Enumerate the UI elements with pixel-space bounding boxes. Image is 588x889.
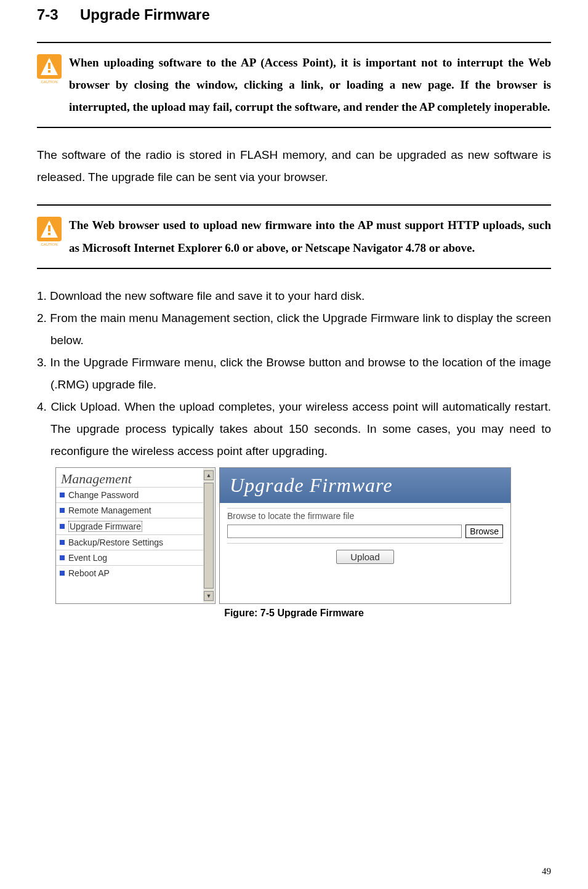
svg-rect-2	[48, 63, 50, 69]
upgrade-firmware-screenshot: Management Change Password Remote Manage…	[55, 467, 511, 604]
sidebar-item-label: Backup/Restore Settings	[68, 537, 163, 547]
upgrade-firmware-panel: Upgrade Firmware Browse to locate the fi…	[219, 467, 511, 604]
step-list: 1. Download the new software file and sa…	[37, 285, 551, 463]
svg-rect-8	[48, 233, 50, 235]
caution-icon: CAUTION	[37, 217, 62, 241]
step-3: 3. In the Upgrade Firmware menu, click t…	[37, 352, 551, 396]
sidebar-item-label: Upgrade Firmware	[68, 521, 142, 532]
firmware-file-input[interactable]	[227, 525, 462, 538]
svg-text:CAUTION: CAUTION	[41, 243, 58, 246]
scroll-down-icon[interactable]: ▼	[204, 591, 214, 601]
svg-rect-3	[48, 70, 50, 73]
figure-caption: Figure: 7-5 Upgrade Firmware	[37, 608, 551, 619]
page-number: 49	[542, 866, 551, 877]
scroll-thumb[interactable]	[204, 483, 214, 589]
management-sidebar: Management Change Password Remote Manage…	[55, 467, 215, 604]
scrollbar[interactable]: ▲ ▼	[203, 469, 214, 603]
panel-title: Upgrade Firmware	[220, 468, 510, 503]
intro-paragraph: The software of the radio is stored in F…	[37, 144, 551, 188]
bullet-icon	[60, 524, 65, 529]
management-header: Management	[56, 468, 215, 487]
scroll-up-icon[interactable]: ▲	[204, 470, 214, 480]
section-number: 7-3	[37, 6, 80, 23]
bullet-icon	[60, 540, 65, 545]
sidebar-item-label: Change Password	[68, 490, 139, 500]
caution-text-1: When uploading software to the AP (Acces…	[69, 52, 551, 118]
caution-icon: CAUTION	[37, 54, 62, 79]
sidebar-item-event-log[interactable]: Event Log	[56, 550, 204, 565]
section-title-text: Upgrade Firmware	[80, 6, 210, 23]
step-4: 4. Click Upload. When the upload complet…	[37, 396, 551, 462]
bullet-icon	[60, 493, 65, 497]
browse-label: Browse to locate the firmware file	[227, 508, 503, 522]
caution-box-1: CAUTION When uploading software to the A…	[37, 42, 551, 128]
sidebar-item-label: Event Log	[68, 553, 107, 563]
step-1: 1. Download the new software file and sa…	[37, 285, 551, 307]
bullet-icon	[60, 571, 65, 576]
sidebar-item-upgrade-firmware[interactable]: Upgrade Firmware	[56, 518, 204, 534]
caution-box-2: CAUTION The Web browser used to upload n…	[37, 204, 551, 268]
bullet-icon	[60, 508, 65, 513]
browse-button[interactable]: Browse	[465, 525, 503, 538]
sidebar-item-remote-management[interactable]: Remote Management	[56, 502, 204, 518]
bullet-icon	[60, 555, 65, 560]
sidebar-item-change-password[interactable]: Change Password	[56, 487, 204, 502]
sidebar-item-backup-restore[interactable]: Backup/Restore Settings	[56, 534, 204, 550]
sidebar-item-label: Reboot AP	[68, 568, 110, 578]
upload-button[interactable]: Upload	[336, 550, 394, 564]
section-heading: 7-3Upgrade Firmware	[37, 6, 551, 23]
sidebar-item-reboot-ap[interactable]: Reboot AP	[56, 565, 204, 581]
svg-text:CAUTION: CAUTION	[41, 80, 58, 84]
step-2: 2. From the main menu Management section…	[37, 307, 551, 352]
svg-rect-7	[48, 225, 50, 231]
caution-text-2: The Web browser used to upload new firmw…	[69, 214, 551, 259]
sidebar-item-label: Remote Management	[68, 505, 151, 515]
